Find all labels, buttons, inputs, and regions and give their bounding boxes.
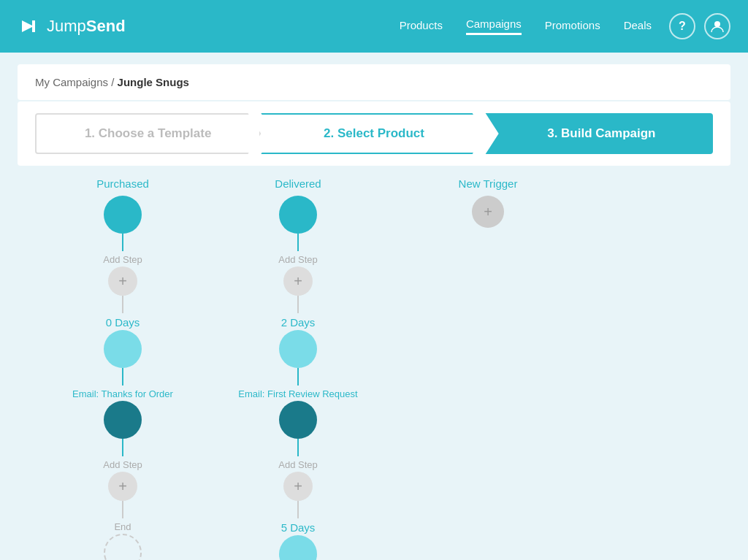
node-email-thanks[interactable] — [104, 401, 142, 439]
help-button[interactable]: ? — [669, 13, 695, 39]
days-2-label: 2 Days — [281, 316, 316, 329]
user-icon — [710, 19, 725, 34]
connector-4 — [122, 439, 123, 456]
connector-d3 — [297, 368, 299, 386]
step-1[interactable]: 1. Choose a Template — [35, 113, 261, 154]
flow-canvas: Purchased Add Step + 0 Days Email: Thank… — [18, 166, 730, 560]
content-wrapper: My Campaigns / Jungle Snugs 1. Choose a … — [0, 53, 748, 560]
logo-text: JumpSend — [47, 17, 126, 36]
add-step-label-1: Add Step — [103, 254, 142, 265]
connector-3 — [122, 368, 123, 386]
add-step-label-d2: Add Step — [278, 459, 318, 470]
profile-button[interactable] — [704, 13, 730, 39]
step-3[interactable]: 3. Build Campaign — [473, 113, 713, 154]
step-2[interactable]: 2. Select Product — [248, 113, 485, 154]
email-review-label: Email: First Review Request — [238, 388, 357, 399]
logo-send: Send — [86, 17, 126, 35]
node-delay-d2[interactable] — [279, 535, 317, 560]
step-2-label: 2. Select Product — [324, 126, 424, 141]
nav-campaigns[interactable]: Campaigns — [466, 18, 522, 35]
step-3-label: 3. Build Campaign — [547, 126, 655, 141]
node-delay-1[interactable] — [104, 330, 142, 368]
logo-jump: Jump — [47, 17, 86, 35]
node-add-1[interactable]: + — [108, 266, 137, 296]
svg-point-2 — [714, 21, 720, 27]
breadcrumb-prefix: My Campaigns / — [35, 76, 118, 88]
days-5-label: 5 Days — [281, 521, 316, 534]
add-step-label-d1: Add Step — [278, 254, 318, 265]
connector-1 — [122, 234, 123, 251]
plus-icon-2: + — [118, 479, 127, 494]
flow-column-new-trigger: New Trigger + — [400, 177, 576, 228]
step-1-label: 1. Choose a Template — [85, 126, 212, 141]
connector-d4 — [297, 439, 299, 456]
node-email-review[interactable] — [279, 401, 317, 439]
flow-column-purchased: Purchased Add Step + 0 Days Email: Thank… — [35, 177, 210, 560]
node-add-d2[interactable]: + — [283, 472, 313, 501]
steps-container: 1. Choose a Template 2. Select Product 3… — [35, 113, 713, 154]
connector-5 — [122, 501, 123, 518]
node-new-trigger[interactable]: + — [472, 196, 504, 228]
plus-icon-1: + — [118, 274, 127, 288]
add-step-label-2: Add Step — [103, 459, 142, 470]
plus-icon-new-trigger: + — [484, 204, 492, 219]
steps-card: 1. Choose a Template 2. Select Product 3… — [18, 101, 730, 166]
node-delay-d1[interactable] — [279, 330, 317, 368]
nav-products[interactable]: Products — [400, 19, 443, 34]
main-nav: Products Campaigns Promotions Deals — [400, 18, 652, 35]
connector-d1 — [297, 234, 299, 251]
logo-icon — [18, 15, 41, 38]
header: JumpSend Products Campaigns Promotions D… — [0, 0, 748, 53]
nav-deals[interactable]: Deals — [624, 19, 652, 34]
node-end[interactable] — [104, 534, 142, 560]
plus-icon-d2: + — [294, 479, 302, 494]
trigger-delivered-label: Delivered — [275, 177, 321, 190]
node-add-d1[interactable]: + — [283, 266, 313, 296]
node-delivered-trigger[interactable] — [279, 196, 317, 234]
breadcrumb-current: Jungle Snugs — [118, 76, 189, 88]
breadcrumb: My Campaigns / Jungle Snugs — [35, 76, 713, 88]
end-label: End — [114, 521, 131, 532]
new-trigger-label: New Trigger — [459, 177, 518, 190]
connector-d5 — [297, 501, 299, 518]
trigger-purchased-label: Purchased — [96, 177, 149, 190]
days-0-label: 0 Days — [106, 316, 140, 329]
nav-promotions[interactable]: Promotions — [545, 19, 600, 34]
breadcrumb-card: My Campaigns / Jungle Snugs — [18, 64, 730, 100]
plus-icon-d1: + — [294, 274, 302, 288]
svg-marker-0 — [22, 20, 34, 32]
email-thanks-label: Email: Thanks for Order — [72, 388, 173, 399]
node-purchased-trigger[interactable] — [104, 196, 142, 234]
node-add-2[interactable]: + — [108, 472, 137, 501]
connector-d2 — [297, 296, 299, 313]
connector-2 — [122, 296, 123, 313]
logo: JumpSend — [18, 15, 400, 38]
flow-column-delivered: Delivered Add Step + 2 Days Email: First… — [210, 177, 386, 560]
header-icons: ? — [669, 13, 730, 39]
